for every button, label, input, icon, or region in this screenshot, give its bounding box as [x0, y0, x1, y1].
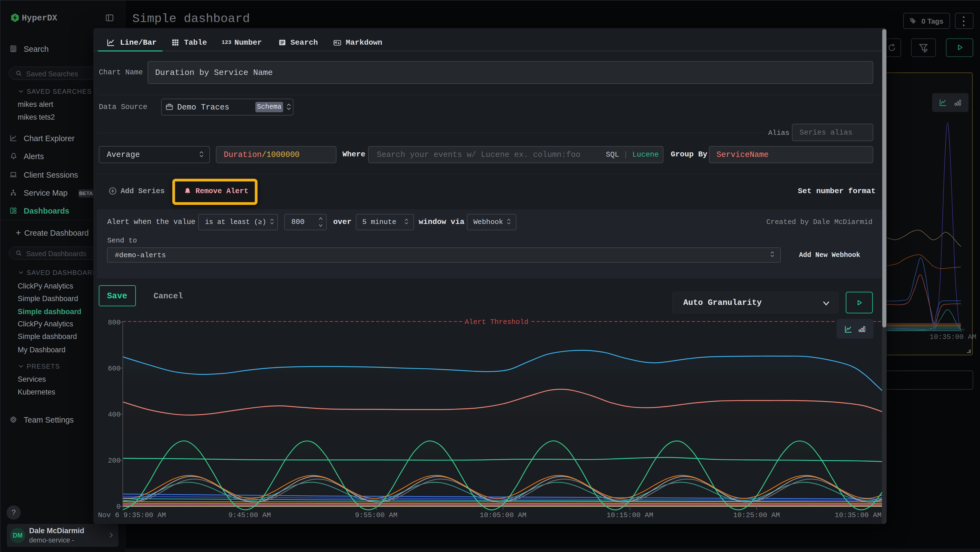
svg-text:Alert Threshold: Alert Threshold	[465, 318, 528, 326]
svg-text:200: 200	[108, 457, 121, 465]
svg-text:600: 600	[108, 365, 121, 373]
svg-text:10:35:00 AM: 10:35:00 AM	[835, 511, 881, 519]
svg-text:10:05:00 AM: 10:05:00 AM	[480, 511, 527, 519]
svg-text:Nov 6 9:35:00 AM: Nov 6 9:35:00 AM	[98, 511, 166, 519]
svg-text:9:55:00 AM: 9:55:00 AM	[355, 511, 398, 519]
svg-text:800: 800	[108, 319, 121, 327]
svg-text:9:45:00 AM: 9:45:00 AM	[228, 511, 271, 519]
svg-text:400: 400	[108, 411, 121, 419]
svg-text:10:25:00 AM: 10:25:00 AM	[733, 511, 780, 519]
svg-text:0: 0	[116, 503, 121, 511]
svg-text:10:15:00 AM: 10:15:00 AM	[606, 511, 653, 519]
